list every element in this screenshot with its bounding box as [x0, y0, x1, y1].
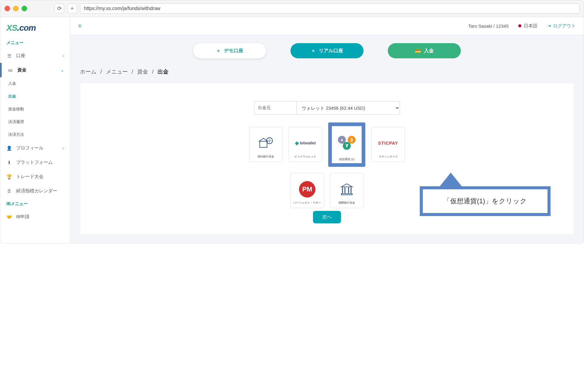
list-icon: ☰ [6, 53, 12, 59]
plus-icon: ＋ [216, 48, 221, 54]
logout-label: ログアウト [553, 23, 576, 29]
sidebar-sub-history[interactable]: 決済履歴 [0, 115, 70, 128]
sidebar-item-economic-calendar[interactable]: 🗓 経済指標カレンダー [0, 184, 70, 198]
method-label: ビットウォレット [294, 155, 316, 159]
sidebar-sub-deposit[interactable]: 入金 [0, 77, 70, 90]
tether-icon: ₮ [343, 142, 351, 150]
callout-arrow-icon [439, 173, 463, 188]
breadcrumb-current: 出金 [158, 69, 169, 75]
method-crypto[interactable]: ♦ ₿ ₮ 仮想通貨 (1) [328, 122, 365, 167]
instruction-callout: 「仮想通貨(1)」をクリック [420, 186, 551, 216]
button-label: リアル口座 [319, 48, 343, 54]
method-bitwallet[interactable]: ◆ bitwallet ビットウォレット [289, 127, 322, 162]
sidebar-item-label: プラットフォーム [16, 160, 53, 165]
logo-part1: XS [6, 23, 17, 33]
logo: XS.com [0, 20, 70, 37]
main: ≡ Taro Sasaki / 12345 日本語 ⇥ ログアウト ＋ デモ口座 [70, 17, 584, 243]
language-selector[interactable]: 日本語 [518, 23, 537, 29]
method-label: スティックペイ [379, 155, 398, 159]
real-account-button[interactable]: ＋ リアル口座 [290, 43, 363, 58]
sidebar-item-label: 資金 [17, 67, 26, 73]
logo-part2: .com [17, 23, 36, 33]
button-label: 入金 [424, 48, 434, 54]
sidebar-item-label: 口座 [16, 53, 25, 59]
card-icon: 💳 [415, 48, 421, 54]
wallet-icon: ▭ [8, 67, 13, 73]
logout-button[interactable]: ⇥ ログアウト [547, 23, 576, 29]
download-icon: ⬇ [6, 160, 12, 165]
next-button[interactable]: 次へ [313, 211, 341, 223]
withdraw-source-row: 出金元 ウォレット 23456 (62.44 USD) [92, 101, 561, 115]
button-label: デモ口座 [224, 48, 243, 54]
sidebar-item-account[interactable]: ☰ 口座 ‹ [0, 49, 70, 63]
sticpay-logo-icon: STICPAY [378, 141, 398, 146]
breadcrumb-sep: / [132, 69, 133, 75]
topbar: ≡ Taro Sasaki / 12345 日本語 ⇥ ログアウト [70, 17, 584, 35]
source-label: 出金元 [254, 101, 297, 115]
breadcrumb-menu[interactable]: メニュー [106, 69, 128, 75]
svg-rect-0 [260, 141, 267, 147]
method-sticpay[interactable]: STICPAY スティックペイ [371, 127, 405, 162]
sidebar-sub-methods[interactable]: 決済方法 [0, 128, 70, 141]
svg-rect-10 [341, 194, 352, 195]
minimize-window-icon[interactable] [13, 6, 19, 11]
method-label: 国内銀行送金 [258, 155, 274, 159]
hamburger-icon[interactable]: ≡ [78, 23, 82, 29]
sidebar-sub-transfer[interactable]: 資金移動 [0, 103, 70, 115]
sidebar-item-trade-contest[interactable]: 🏆 トレード大会 [0, 170, 70, 184]
sidebar-item-ib-apply[interactable]: 🤝 IB申請 [0, 210, 70, 224]
crypto-icons: ♦ ₿ ₮ [336, 136, 357, 151]
method-label: 国際銀行送金 [339, 201, 355, 205]
new-tab-button[interactable]: + [67, 4, 77, 13]
reload-button[interactable]: ⟳ [54, 4, 64, 13]
sidebar-item-label: トレード大会 [16, 174, 43, 180]
action-buttons-row: ＋ デモ口座 ＋ リアル口座 💳 入金 [80, 43, 574, 58]
deposit-button[interactable]: 💳 入金 [388, 43, 461, 58]
breadcrumb-sep: / [152, 69, 154, 75]
chevron-down-icon: ⌄ [61, 68, 64, 72]
sidebar-item-platform[interactable]: ⬇ プラットフォーム [0, 155, 70, 170]
callout-text: 「仮想通貨(1)」をクリック [443, 197, 527, 205]
breadcrumb-home[interactable]: ホーム [80, 69, 96, 75]
sidebar-item-label: プロフィール [16, 145, 43, 151]
method-perfect-money[interactable]: PM パーフェクト・マネー [290, 173, 324, 208]
method-international-bank[interactable]: 国際銀行送金 [330, 173, 363, 208]
breadcrumb-sep: / [100, 69, 102, 75]
chevron-left-icon: ‹ [63, 146, 64, 150]
source-select[interactable]: ウォレット 23456 (62.44 USD) [297, 101, 400, 115]
url-input[interactable] [80, 3, 579, 14]
withdraw-panel: 出金元 ウォレット 23456 (62.44 USD) [80, 83, 574, 235]
user-info: Taro Sasaki / 12345 [468, 23, 509, 29]
demo-account-button[interactable]: ＋ デモ口座 [193, 43, 266, 58]
handshake-icon: 🤝 [6, 214, 12, 220]
sidebar: XS.com メニュー ☰ 口座 ‹ ▭ 資金 ⌄ 入金 出金 資金移動 決済履… [0, 17, 70, 243]
close-window-icon[interactable] [5, 6, 10, 11]
breadcrumb-funds[interactable]: 資金 [137, 69, 148, 75]
bank-icon [340, 183, 353, 195]
perfect-money-icon: PM [299, 181, 315, 198]
sidebar-item-profile[interactable]: 👤 プロフィール ‹ [0, 141, 70, 155]
sidebar-sub-withdraw[interactable]: 出金 [0, 90, 70, 103]
sidebar-item-funds[interactable]: ▭ 資金 ⌄ [0, 63, 70, 77]
method-label: パーフェクト・マネー [294, 201, 321, 205]
ib-menu-section-title: IBメニュー [0, 198, 70, 210]
window-controls [5, 6, 27, 11]
sidebar-item-label: IB申請 [16, 214, 30, 220]
sidebar-item-label: 経済指標カレンダー [16, 188, 57, 194]
plus-icon: ＋ [311, 48, 316, 54]
bank-transfer-icon [259, 137, 273, 149]
japan-flag-icon [518, 24, 521, 27]
method-domestic-bank[interactable]: 国内銀行送金 [249, 127, 283, 162]
trophy-icon: 🏆 [6, 174, 12, 180]
svg-marker-5 [341, 184, 352, 187]
logout-icon: ⇥ [547, 23, 551, 29]
maximize-window-icon[interactable] [22, 6, 27, 11]
browser-chrome: ⟳ + [0, 0, 584, 17]
method-label: 仮想通貨 (1) [339, 157, 354, 161]
breadcrumb: ホーム / メニュー / 資金 / 出金 [80, 68, 574, 75]
language-label: 日本語 [524, 23, 537, 29]
bitwallet-logo-icon: ◆ bitwallet [295, 140, 316, 146]
chevron-left-icon: ‹ [63, 54, 64, 58]
user-icon: 👤 [6, 146, 12, 151]
calendar-icon: 🗓 [6, 188, 12, 194]
